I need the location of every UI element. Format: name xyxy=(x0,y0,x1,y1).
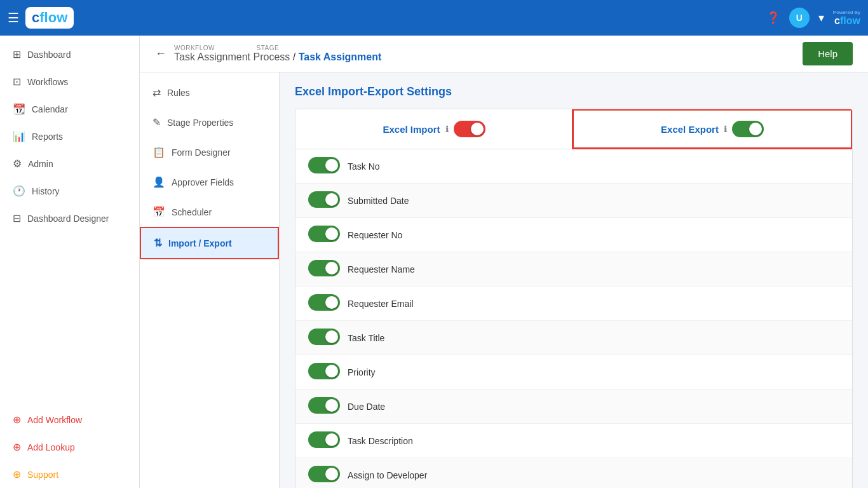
sidebar-item-label: Dashboard xyxy=(27,50,71,60)
excel-export-label: Excel Export xyxy=(661,124,719,135)
chevron-down-icon[interactable]: ▾ xyxy=(818,11,824,25)
table-row: Due Date xyxy=(295,390,852,424)
field-toggle-5[interactable] xyxy=(308,329,340,347)
field-label: Assign to Developer xyxy=(348,470,839,480)
calendar-icon: 📆 xyxy=(13,103,25,115)
left-panel-item-scheduler[interactable]: 📅 Scheduler xyxy=(140,197,279,227)
sidebar-item-label: History xyxy=(32,186,60,196)
left-panel-item-label: Form Designer xyxy=(172,147,231,158)
sidebar-item-dashboard-designer[interactable]: ⊟ Dashboard Designer xyxy=(0,205,139,232)
right-panel: Excel Import-Export Settings Excel Impor… xyxy=(280,72,868,488)
sub-layout: ⇄ Rules ✎ Stage Properties 📋 Form Design… xyxy=(140,72,868,488)
sidebar-item-add-workflow[interactable]: ⊕ Add Workflow xyxy=(0,406,139,433)
powered-cflow-text: cflow xyxy=(834,15,860,27)
powered-by-logo: Powered By cflow xyxy=(833,10,860,27)
sidebar-item-reports[interactable]: 📊 Reports xyxy=(0,123,139,150)
sidebar-item-label: Calendar xyxy=(32,104,68,114)
field-toggle-1[interactable] xyxy=(308,191,340,210)
sidebar-item-label: Admin xyxy=(28,159,53,169)
avatar[interactable]: U xyxy=(789,8,810,28)
add-workflow-icon: ⊕ xyxy=(13,414,21,426)
field-label: Requester Email xyxy=(348,299,839,309)
field-toggle-7[interactable] xyxy=(308,397,340,416)
powered-by-text: Powered By xyxy=(833,10,860,15)
left-panel-item-rules[interactable]: ⇄ Rules xyxy=(140,78,279,107)
history-icon: 🕐 xyxy=(13,185,25,197)
table-row: Requester Name xyxy=(295,252,852,287)
field-label: Task Title xyxy=(348,333,839,343)
sidebar-item-label: Dashboard Designer xyxy=(27,214,109,224)
rules-icon: ⇄ xyxy=(153,86,161,98)
content-area: ← WORKFLOW STAGE Task Assignment Process… xyxy=(140,36,868,488)
admin-icon: ⚙ xyxy=(13,158,22,170)
left-panel-item-import-export[interactable]: ⇅ Import / Export xyxy=(140,227,279,259)
left-panel: ⇄ Rules ✎ Stage Properties 📋 Form Design… xyxy=(140,72,280,488)
sidebar-item-admin[interactable]: ⚙ Admin xyxy=(0,150,139,177)
field-toggle-0[interactable] xyxy=(308,157,340,175)
sidebar-item-calendar[interactable]: 📆 Calendar xyxy=(0,95,139,123)
support-icon: ⊕ xyxy=(13,468,21,480)
excel-import-toggle[interactable] xyxy=(454,121,485,137)
sidebar-item-label: Workflows xyxy=(27,77,68,87)
left-panel-item-label: Import / Export xyxy=(168,238,232,248)
back-button[interactable]: ← xyxy=(155,47,166,60)
breadcrumb-bar: ← WORKFLOW STAGE Task Assignment Process… xyxy=(140,36,868,72)
field-label: Priority xyxy=(348,367,839,377)
field-toggle-8[interactable] xyxy=(308,431,340,450)
hamburger-icon[interactable]: ☰ xyxy=(8,10,19,25)
sidebar-item-label: Add Workflow xyxy=(27,415,82,425)
field-label: Requester Name xyxy=(348,264,839,274)
logo: cflow xyxy=(25,7,74,29)
table-row: Requester Email xyxy=(295,287,852,321)
left-panel-item-approver-fields[interactable]: 👤 Approver Fields xyxy=(140,167,279,197)
sidebar-item-history[interactable]: 🕐 History xyxy=(0,177,139,205)
sidebar-item-workflows[interactable]: ⊡ Workflows xyxy=(0,68,139,95)
left-panel-item-stage-properties[interactable]: ✎ Stage Properties xyxy=(140,107,279,137)
field-label: Task Description xyxy=(348,436,839,446)
sidebar-item-add-lookup[interactable]: ⊕ Add Lookup xyxy=(0,433,139,461)
add-lookup-icon: ⊕ xyxy=(13,441,21,453)
sidebar-item-dashboard[interactable]: ⊞ Dashboard xyxy=(0,41,139,68)
left-panel-item-label: Approver Fields xyxy=(172,177,234,187)
excel-export-info-icon: ℹ xyxy=(724,125,727,134)
field-toggle-3[interactable] xyxy=(308,260,340,278)
left-panel-item-label: Scheduler xyxy=(172,207,212,217)
form-designer-icon: 📋 xyxy=(153,146,165,158)
header-right: ❓ U ▾ Powered By cflow xyxy=(766,8,860,28)
help-button[interactable]: Help xyxy=(803,42,853,65)
excel-import-cell: Excel Import ℹ xyxy=(295,109,573,149)
section-title: Excel Import-Export Settings xyxy=(295,85,853,98)
table-row: Submitted Date xyxy=(295,184,852,218)
approver-fields-icon: 👤 xyxy=(153,176,165,188)
excel-export-toggle[interactable] xyxy=(732,121,764,137)
field-toggle-4[interactable] xyxy=(308,294,340,313)
fields-container: Task No Submitted Date Requester No xyxy=(295,149,852,488)
field-label: Submitted Date xyxy=(348,196,839,206)
sidebar-item-label: Support xyxy=(27,470,58,480)
stage-name: Task Assignment xyxy=(299,51,382,62)
sidebar-item-support[interactable]: ⊕ Support xyxy=(0,461,139,488)
excel-export-cell: Excel Export ℹ xyxy=(572,109,853,149)
breadcrumb-path: Task Assignment Process / Task Assignmen… xyxy=(174,51,795,63)
left-panel-item-label: Stage Properties xyxy=(167,118,233,128)
field-label: Requester No xyxy=(348,230,839,240)
workflow-name: Task Assignment Process xyxy=(174,51,290,62)
field-toggle-9[interactable] xyxy=(308,466,340,484)
table-row: Assign to Developer xyxy=(295,458,852,488)
ie-header-row: Excel Import ℹ Excel Export ℹ xyxy=(295,109,852,149)
workflows-icon: ⊡ xyxy=(13,76,21,88)
dashboard-icon: ⊞ xyxy=(13,48,21,60)
sidebar-item-label: Reports xyxy=(32,132,63,142)
excel-import-info-icon: ℹ xyxy=(445,125,449,134)
help-circle-icon[interactable]: ❓ xyxy=(766,11,780,25)
settings-box: Excel Import ℹ Excel Export ℹ xyxy=(295,109,853,488)
sidebar-item-label: Add Lookup xyxy=(27,442,75,452)
excel-import-label: Excel Import xyxy=(383,124,440,135)
table-row: Task Description xyxy=(295,424,852,458)
left-panel-item-form-designer[interactable]: 📋 Form Designer xyxy=(140,137,279,167)
field-toggle-6[interactable] xyxy=(308,363,340,381)
field-label: Due Date xyxy=(348,402,839,412)
field-toggle-2[interactable] xyxy=(308,226,340,244)
left-panel-item-label: Rules xyxy=(167,88,190,98)
dashboard-designer-icon: ⊟ xyxy=(13,212,21,224)
